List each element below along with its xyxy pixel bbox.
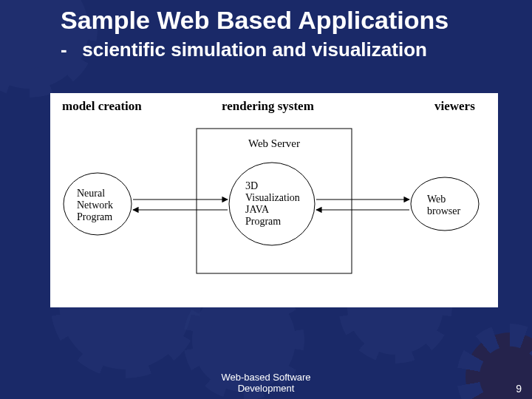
diagram-svg [50,93,498,307]
slide-title: Sample Web Based Applications [61,6,449,35]
architecture-diagram: model creation rendering system viewers … [50,93,498,307]
visualization-node [229,163,315,245]
web-browser-node [411,177,479,231]
slide-footer: Web-based Software Development [0,372,532,395]
bullet-dash: - [61,38,77,61]
page-number: 9 [516,383,522,395]
slide-subtitle: scientific simulation and visualization [82,38,427,61]
footer-line1: Web-based Software [221,372,310,383]
footer-line2: Development [238,383,295,394]
neural-network-node [64,173,132,235]
web-server-label: Web Server [248,137,300,150]
slide-subtitle-row: - scientific simulation and visualizatio… [61,38,427,61]
web-server-container [197,129,352,273]
column-header-rendering-system: rendering system [222,99,314,114]
column-header-model-creation: model creation [62,99,142,114]
column-header-viewers: viewers [434,99,475,114]
